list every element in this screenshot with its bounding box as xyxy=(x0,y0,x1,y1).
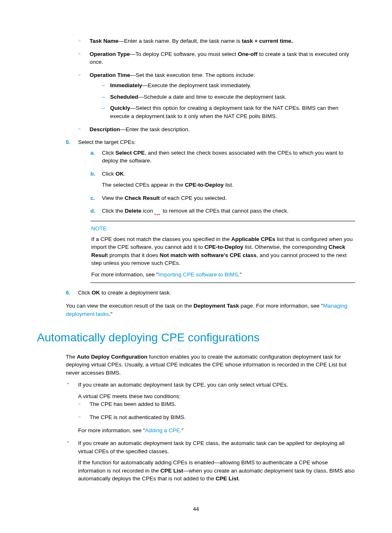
text: . xyxy=(238,475,240,482)
substep-b: b. Click OK. The selected CPEs appear in… xyxy=(90,170,355,189)
list-item: Quickly—Select this option for creating … xyxy=(102,104,355,120)
note-paragraph: For more information, see "Importing CPE… xyxy=(91,271,354,279)
bold: Select CPE xyxy=(115,150,145,156)
text: list. Otherwise, the corresponding xyxy=(243,244,329,250)
link-adding-a-cpe[interactable]: Adding a CPE xyxy=(145,427,180,433)
text: The selected CPEs appear in the xyxy=(102,182,185,188)
bold-tail: task + current time. xyxy=(242,38,293,44)
bold: Applicable CPEs xyxy=(231,236,275,242)
text: to create a deployment task. xyxy=(100,290,171,296)
text: Click the xyxy=(102,208,125,214)
intro-paragraph: The Auto Deploy Configuration function e… xyxy=(66,353,355,377)
list-item: If you create an automatic deployment ta… xyxy=(66,439,355,483)
bold: OK xyxy=(115,171,124,177)
label: Immediately xyxy=(110,82,142,88)
text: ." xyxy=(238,271,242,278)
label: Description xyxy=(90,126,120,132)
text: —Select this option for creating a deplo… xyxy=(110,105,339,119)
label: Scheduled xyxy=(110,94,138,100)
note-paragraph: If a CPE does not match the classes you … xyxy=(91,235,354,267)
bold: Check Result xyxy=(125,195,160,201)
sub-paragraph: For more information, see "Adding a CPE.… xyxy=(78,426,355,435)
text: icon xyxy=(141,208,154,214)
link-importing-cpe-software[interactable]: Importing CPE software to BIMS xyxy=(158,271,238,278)
bold: Deployment Task xyxy=(194,303,239,309)
text: Click xyxy=(78,290,92,296)
list-item: Task Name—Enter a task name. By default,… xyxy=(78,37,355,45)
sub-paragraph: A virtual CPE meets these two conditions… xyxy=(78,392,355,401)
substep-marker: b. xyxy=(90,170,95,178)
note-label: NOTE: xyxy=(91,225,354,233)
list-item: Operation Type—To deploy CPE software, y… xyxy=(78,50,355,66)
paragraph: You can view the execution result of the… xyxy=(66,302,355,318)
text: —Execute the deployment task immediately… xyxy=(142,82,251,88)
sub-paragraph: The selected CPEs appear in the CPE-to-D… xyxy=(102,181,355,189)
bullet-list: If you create an automatic deployment ta… xyxy=(66,381,355,483)
bold: One-off xyxy=(238,51,258,57)
list-item: The CPE is not authenticated by BIMS. xyxy=(78,413,355,422)
step-marker: 5. xyxy=(66,138,70,146)
option-list: Task Name—Enter a task name. By default,… xyxy=(66,37,355,133)
step-6: 6. Click OK to create a deployment task. xyxy=(66,289,355,297)
text: You can view the execution result of the… xyxy=(66,303,194,309)
bold: Auto Deploy Configuration xyxy=(77,354,148,360)
text: ." xyxy=(180,427,184,433)
substep-marker: a. xyxy=(90,149,95,157)
label: Operation Type xyxy=(90,51,130,57)
text: —To deploy CPE software, you must select xyxy=(130,51,238,57)
alpha-list: a. Click Select CPE, and then select the… xyxy=(78,149,355,215)
circle-sublist: The CPE has been added to BIMS. The CPE … xyxy=(78,400,355,421)
numbered-steps: 5. Select the target CPEs: a. Click Sele… xyxy=(66,138,355,297)
substep-d: d. Click the Delete icon to remove all t… xyxy=(90,207,355,215)
text: Click xyxy=(102,171,115,177)
text: —Schedule a date and time to execute the… xyxy=(138,94,286,100)
text: . xyxy=(124,171,125,177)
label: Task Name xyxy=(90,38,118,44)
text: The CPE has been added to BIMS. xyxy=(90,401,176,407)
page-number: 44 xyxy=(0,505,392,513)
list-item: Scheduled—Schedule a date and time to ex… xyxy=(102,93,355,101)
list-item: Description—Enter the task description. xyxy=(78,125,355,134)
step-marker: 6. xyxy=(66,289,70,297)
step-5: 5. Select the target CPEs: a. Click Sele… xyxy=(66,138,355,283)
document-page: Task Name—Enter a task name. By default,… xyxy=(0,0,392,533)
bold: CPE-to-Deploy xyxy=(204,244,243,250)
bold: Not match with software's CPE class xyxy=(160,252,257,258)
bold: CPE List xyxy=(160,468,183,474)
list-item: Operation Time—Set the task execution ti… xyxy=(78,71,355,121)
bold: OK xyxy=(92,290,100,296)
dash-list: Immediately—Execute the deployment task … xyxy=(90,81,355,120)
list-item: The CPE has been added to BIMS. xyxy=(78,400,355,408)
text: View the xyxy=(102,195,125,201)
section-heading: Automatically deploying CPE configuratio… xyxy=(37,329,355,346)
text: —Set the task execution time. The option… xyxy=(130,72,255,78)
text: The xyxy=(66,354,77,360)
text: If you create an automatic deployment ta… xyxy=(78,382,288,388)
text: The CPE is not authenticated by BIMS. xyxy=(90,414,186,420)
step-text: Select the target CPEs: xyxy=(78,139,136,145)
content-block-top: Task Name—Enter a task name. By default,… xyxy=(37,37,355,318)
substep-c: c. View the Check Result of each CPE you… xyxy=(90,194,355,202)
text: Click xyxy=(102,150,115,156)
text: —Enter a task name. By default, the task… xyxy=(118,38,242,44)
list-item: If you create an automatic deployment ta… xyxy=(66,381,355,434)
substep-marker: c. xyxy=(90,194,95,202)
text: page. For more information, see " xyxy=(239,303,323,309)
bold: Delete xyxy=(125,208,142,214)
text: to remove all the CPEs that cannot pass … xyxy=(161,208,288,214)
bold: CPE List xyxy=(216,475,239,482)
substep-marker: d. xyxy=(90,207,95,215)
text: list. xyxy=(224,182,233,188)
content-block-bottom: The Auto Deploy Configuration function e… xyxy=(37,353,355,483)
text: For more information, see " xyxy=(91,271,158,278)
list-item: Immediately—Execute the deployment task … xyxy=(102,81,355,90)
note-box: NOTE: If a CPE does not match the classe… xyxy=(90,221,355,283)
sub-paragraph: If the function for automatically adding… xyxy=(78,459,355,483)
text: t prompts that it does xyxy=(106,252,160,258)
delete-icon xyxy=(154,210,161,212)
text: If a CPE does not match the classes you … xyxy=(91,236,231,242)
text: of each CPE you selected. xyxy=(160,195,227,201)
bold: CPE-to-Deploy xyxy=(185,182,224,188)
label: Operation Time xyxy=(90,72,130,78)
text: If you create an automatic deployment ta… xyxy=(78,440,344,454)
